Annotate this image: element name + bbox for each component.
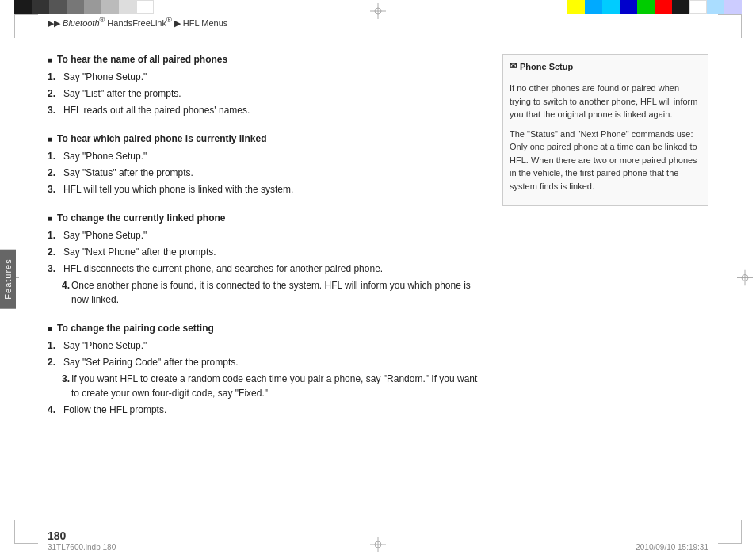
section-4-step-4: 4. Follow the HFL prompts.: [48, 403, 487, 417]
note-box-paragraph-2: The "Status" and "Next Phone" commands u…: [510, 128, 701, 193]
section-2-step-1: 1. Say "Phone Setup.": [48, 149, 487, 163]
section-4-step-3: 3. If you want HFL to create a random co…: [48, 372, 487, 400]
left-column: To hear the name of all paired phones 1.…: [48, 38, 487, 518]
swatch-dark1: [32, 0, 49, 14]
step-num: 2.: [48, 86, 62, 101]
swatch-yellow: [567, 0, 585, 14]
step-num: 2.: [48, 245, 62, 259]
section-1-step-2: 2. Say "List" after the prompts.: [48, 86, 487, 101]
section-4-title: To change the pairing code setting: [48, 323, 487, 334]
step-num: 1.: [48, 338, 62, 353]
swatch-black: [14, 0, 32, 14]
section-3-step-2: 2. Say "Next Phone" after the prompts.: [48, 245, 487, 259]
step-text: HFL disconnects the current phone, and s…: [63, 262, 383, 276]
bottom-date-info: 2010/09/10 15:19:31: [636, 543, 708, 552]
step-num: 3.: [48, 103, 62, 117]
section-3-step-1: 1. Say "Phone Setup.": [48, 228, 487, 243]
swatch-light1: [101, 0, 119, 14]
note-box-header: Phone Setup: [510, 61, 701, 75]
breadcrumb: ▶▶ Bluetooth® HandsFreeLink® ▶ HFL Menus: [48, 16, 708, 32]
corner-mark-bl: [14, 520, 38, 544]
step-text: Say "Phone Setup.": [63, 149, 147, 163]
swatch-cyan: [602, 0, 620, 14]
section-2-step-3: 3. HFL will tell you which phone is link…: [48, 182, 487, 197]
step-text: Say "Next Phone" after the prompts.: [63, 245, 216, 259]
color-swatches-right: [567, 0, 742, 14]
step-text: HFL reads out all the paired phones' nam…: [63, 103, 250, 117]
swatch-red: [655, 0, 672, 14]
section-3-title: To change the currently linked phone: [48, 212, 487, 224]
swatch-blue: [585, 0, 602, 14]
main-content: To hear the name of all paired phones 1.…: [48, 38, 708, 518]
step-num: 1.: [48, 228, 62, 243]
crosshair-bottom: [370, 537, 386, 555]
step-text: Say "Phone Setup.": [63, 70, 147, 84]
step-num: 2.: [48, 355, 62, 369]
step-text: Say "List" after the prompts.: [63, 86, 181, 101]
swatch-green: [637, 0, 655, 14]
section-pairing-code: To change the pairing code setting 1. Sa…: [48, 323, 487, 417]
step-num: 4.: [48, 403, 62, 417]
swatch-white2: [689, 0, 707, 14]
step-text: Say "Set Pairing Code" after the prompts…: [63, 355, 239, 369]
section-3-step-3: 3. HFL disconnects the current phone, an…: [48, 262, 487, 276]
page-number: 180: [48, 529, 66, 542]
section-1-title: To hear the name of all paired phones: [48, 54, 487, 65]
step-num: 3.: [48, 262, 62, 276]
swatch-light2: [119, 0, 136, 14]
swatch-lavender: [724, 0, 742, 14]
corner-mark-br: [718, 520, 742, 544]
note-box-paragraph-1: If no other phones are found or paired w…: [510, 82, 701, 121]
step-num: 1.: [48, 149, 62, 163]
step-text: Say "Phone Setup.": [63, 228, 147, 243]
section-change-linked: To change the currently linked phone 1. …: [48, 212, 487, 307]
swatch-navy: [620, 0, 637, 14]
swatch-mid2: [84, 0, 101, 14]
step-text: Follow the HFL prompts.: [63, 403, 166, 417]
note-box: Phone Setup If no other phones are found…: [502, 54, 708, 206]
step-text: Say "Status" after the prompts.: [63, 166, 193, 180]
step-text: If you want HFL to create a random code …: [71, 372, 487, 400]
bottom-file-info: 31TL7600.indb 180: [48, 543, 116, 552]
crosshair-right: [737, 270, 753, 289]
features-tab: Features: [0, 249, 16, 308]
breadcrumb-text: ▶▶ Bluetooth® HandsFreeLink® ▶ HFL Menus: [48, 18, 227, 28]
step-num: 2.: [48, 166, 62, 180]
step-num: 1.: [48, 70, 62, 84]
section-1-step-1: 1. Say "Phone Setup.": [48, 70, 487, 84]
swatch-dark2: [49, 0, 67, 14]
step-num: 4.: [62, 278, 70, 307]
corner-mark-tl: [14, 14, 38, 38]
corner-mark-tr: [718, 14, 742, 38]
step-num: 3.: [62, 372, 70, 400]
section-4-step-1: 1. Say "Phone Setup.": [48, 338, 487, 353]
swatch-lightblue: [707, 0, 724, 14]
swatch-mid1: [67, 0, 84, 14]
right-column: Phone Setup If no other phones are found…: [502, 38, 708, 518]
swatch-white: [136, 0, 154, 14]
section-2-title: To hear which paired phone is currently …: [48, 133, 487, 144]
step-text: Say "Phone Setup.": [63, 338, 147, 353]
step-text: Once another phone is found, it is conne…: [71, 278, 487, 307]
section-currently-linked: To hear which paired phone is currently …: [48, 133, 487, 197]
step-num: 3.: [48, 182, 62, 197]
section-1-step-3: 3. HFL reads out all the paired phones' …: [48, 103, 487, 117]
note-box-title: Phone Setup: [520, 62, 573, 71]
swatch-black2: [672, 0, 689, 14]
step-text: HFL will tell you which phone is linked …: [63, 182, 293, 197]
section-3-step-4: 4. Once another phone is found, it is co…: [48, 278, 487, 307]
section-2-step-2: 2. Say "Status" after the prompts.: [48, 166, 487, 180]
section-paired-phones: To hear the name of all paired phones 1.…: [48, 54, 487, 117]
section-4-step-2: 2. Say "Set Pairing Code" after the prom…: [48, 355, 487, 369]
